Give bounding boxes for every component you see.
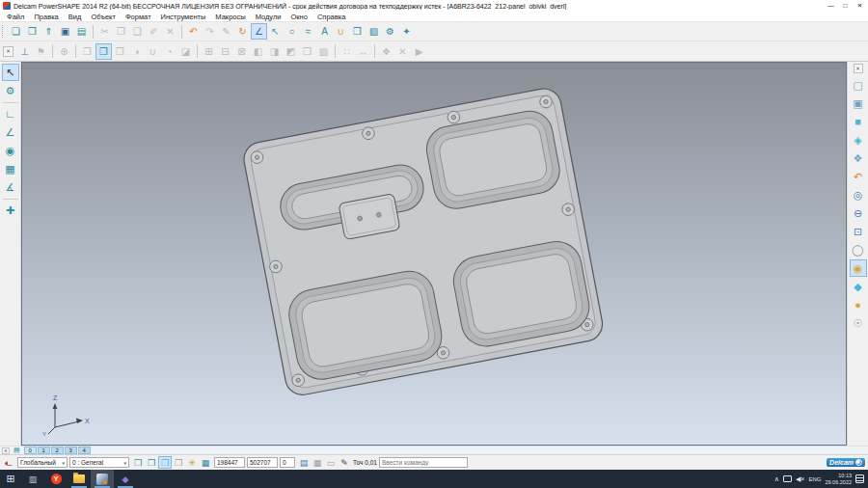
mini-solid-icon[interactable]: ❒ [172, 456, 185, 469]
relative-axes-icon[interactable]: ∠ [2, 123, 19, 141]
command-input[interactable] [379, 457, 468, 468]
text-tool-icon[interactable]: A [316, 23, 333, 40]
shell-icon[interactable]: ◧ [250, 43, 266, 60]
levels-icon[interactable]: ▤ [14, 447, 20, 454]
format-painter-icon[interactable]: ✐ [146, 23, 162, 40]
taskbar-app-powershape[interactable] [91, 470, 114, 488]
iso-hidden-view-icon[interactable]: ▣ [850, 95, 867, 112]
dynamic-section-icon[interactable]: ◆ [850, 278, 867, 295]
mirror-icon[interactable]: ↔ [355, 43, 371, 60]
menu-tools[interactable]: Инструменты [156, 13, 211, 21]
coordinate-z-field[interactable]: 0 [280, 457, 295, 468]
menu-object[interactable]: Объект [86, 13, 121, 21]
menu-modules[interactable]: Модули [251, 13, 286, 21]
new-model-icon[interactable]: ❏ [8, 23, 24, 40]
workplane-rail-icon[interactable]: ⚙ [2, 82, 19, 99]
circle-tool-icon[interactable]: ○ [284, 23, 300, 40]
shading-wireframe-icon[interactable]: ◯ [850, 241, 867, 258]
solid-revolve-icon[interactable]: ◑ [128, 43, 145, 60]
keyboard-icon[interactable]: ▭ [324, 456, 338, 469]
notifications-icon[interactable] [855, 474, 864, 483]
machine-icon[interactable]: ▦ [2, 160, 19, 177]
menu-view[interactable]: Вид [64, 13, 87, 21]
zoom-box-icon[interactable]: ⊡ [850, 223, 867, 240]
line-tool-icon[interactable]: ∠ [251, 23, 267, 40]
workplane-toolbar-icon[interactable]: ⊥ [16, 43, 33, 60]
paste-icon[interactable]: ❑ [129, 23, 146, 40]
view-orientation-icon[interactable]: ◈ [850, 131, 867, 149]
solid-extrusion-icon[interactable]: ❒ [95, 43, 112, 60]
pattern-icon[interactable]: ∷ [339, 43, 355, 60]
level-select[interactable]: 0 : General ▾ [69, 457, 129, 468]
stitch-icon[interactable]: ❐ [299, 43, 315, 60]
multi-view-icon[interactable]: ❖ [850, 149, 867, 167]
solid-block-icon[interactable]: ❒ [112, 43, 128, 60]
iso-wireframe-view-icon[interactable]: ▢ [850, 76, 867, 94]
solid-tool-icon[interactable]: ❒ [349, 23, 366, 40]
intelligent-cursor-icon[interactable]: ✎ [338, 456, 351, 469]
zoom-full-icon[interactable]: ◎ [850, 186, 867, 203]
print-icon[interactable]: ▤ [73, 23, 90, 40]
tolerance-value[interactable]: 0,01 [365, 459, 377, 466]
render-icon[interactable]: ● [850, 296, 867, 313]
feature-tool-icon[interactable]: ▧ [366, 23, 382, 40]
surface-tool-icon[interactable]: ∪ [333, 23, 349, 40]
volume-muted-icon[interactable]: ◀× [796, 475, 804, 483]
taskbar-app-cad[interactable]: ◆ [114, 470, 137, 488]
start-button[interactable]: ⊞ [0, 473, 21, 485]
iso-shaded-view-icon[interactable]: ■ [850, 113, 867, 130]
taskbar-app-window[interactable]: ▥ [21, 470, 44, 488]
shading-toggle-3-icon[interactable]: ❒ [158, 456, 172, 469]
menu-file[interactable]: Файл [2, 13, 29, 21]
morph-icon[interactable]: ▧ [315, 43, 332, 60]
level-tab-1[interactable]: 1 [38, 447, 50, 454]
viewport-canvas[interactable]: Z X Y [22, 63, 846, 445]
maximize-button[interactable]: □ [838, 0, 853, 12]
redo-icon[interactable]: ↷ [202, 23, 218, 40]
wizard-tool-icon[interactable]: ✦ [398, 23, 415, 40]
solid-doctor-icon[interactable]: ▶ [411, 43, 427, 60]
convert-icon[interactable]: ↻ [234, 23, 251, 40]
toolbar-close-icon[interactable]: ✕ [3, 46, 14, 57]
level-tab-4[interactable]: 4 [78, 447, 91, 454]
display-icon[interactable] [783, 475, 792, 482]
level-tab-0[interactable]: 0 [24, 447, 37, 454]
workspace-select[interactable]: Глобальный ▾ [17, 457, 68, 468]
levels-close-icon[interactable]: ✕ [2, 447, 10, 454]
boolean-intersect-icon[interactable]: ⊠ [233, 43, 250, 60]
chamfer-icon[interactable]: ◩ [283, 43, 299, 60]
bulb-icon[interactable]: ✳ [185, 456, 199, 469]
menu-format[interactable]: Формат [121, 13, 156, 21]
cut-icon[interactable]: ✂ [96, 23, 113, 40]
solid-fillet-icon[interactable]: ◔ [161, 43, 177, 60]
move-compass-icon[interactable]: ✚ [2, 202, 19, 219]
axes-icon[interactable]: ∟ [2, 105, 19, 122]
shading-toggle-2-icon[interactable]: ❒ [145, 456, 158, 469]
menu-help[interactable]: Справка [312, 13, 350, 21]
lighting-icon[interactable]: ☉ [850, 314, 867, 332]
delete-icon[interactable]: ✕ [162, 23, 178, 40]
minimize-button[interactable]: — [824, 0, 838, 12]
solid-plane-icon[interactable]: ❒ [79, 43, 95, 60]
sphere-view-icon[interactable]: ◉ [2, 142, 19, 159]
calculator-icon[interactable]: ▦ [311, 456, 324, 469]
workspace-axis-icon[interactable]: ∟ [3, 458, 15, 468]
boolean-add-icon[interactable]: ⊞ [201, 43, 217, 60]
open-model-icon[interactable]: ❒ [24, 23, 41, 40]
assembly-tool-icon[interactable]: ⚙ [382, 23, 398, 40]
toolbar-grip[interactable] [2, 25, 6, 38]
shading-shaded-icon[interactable]: ◉ [850, 259, 867, 277]
taskbar-app-explorer[interactable] [68, 470, 91, 488]
solid-cut-icon[interactable]: ◪ [177, 43, 194, 60]
level-tab-2[interactable]: 2 [51, 447, 64, 454]
item-list-icon[interactable]: ▤ [297, 456, 311, 469]
feature-recognition-icon[interactable]: ❖ [378, 43, 394, 60]
zoom-out-icon[interactable]: ⊖ [850, 204, 867, 222]
menu-edit[interactable]: Правка [29, 13, 63, 21]
remove-feature-icon[interactable]: ✕ [394, 43, 411, 60]
tray-caret-icon[interactable]: ∧ [774, 475, 779, 483]
undo-view-icon[interactable]: ↶ [850, 168, 867, 185]
boolean-subtract-icon[interactable]: ⊟ [217, 43, 233, 60]
import-icon[interactable]: ⇑ [41, 23, 57, 40]
edit-icon[interactable]: ✎ [218, 23, 234, 40]
